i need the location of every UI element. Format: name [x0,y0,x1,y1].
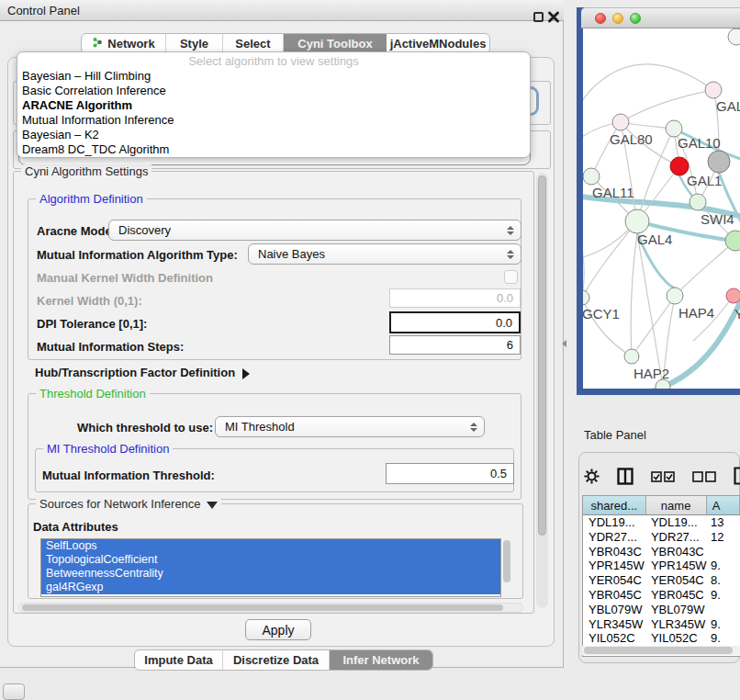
collapsed-panel-button[interactable] [3,683,25,700]
split-columns-icon[interactable] [617,468,633,489]
float-panel-icon[interactable] [533,12,544,22]
network-node-gal4[interactable] [625,209,649,233]
network-node[interactable] [728,28,740,45]
which-threshold-label: Which threshold to use: [77,421,213,435]
node-label: GAL4 [637,231,672,247]
network-window-titlebar[interactable] [581,7,740,28]
node-label: HAP2 [633,366,669,381]
manual-kernel-width-label: Manual Kernel Width Definition [37,271,213,285]
node-label: GAL10 [678,135,721,151]
new-table-icon[interactable] [734,467,740,489]
data-attributes-label: Data Attributes [33,520,118,534]
network-node-gal80[interactable] [612,114,629,130]
table-hscrollbar[interactable] [582,646,740,655]
dropdown-item[interactable]: ARACNE Algorithm [17,98,530,113]
close-traffic-light-icon[interactable] [595,13,606,24]
aracne-mode-label: Aracne Mode: [37,224,116,238]
list-item[interactable]: gal4RGexp [41,581,500,594]
table-row[interactable]: YBL079W YBL079W [583,603,740,617]
network-canvas[interactable]: GAL2 GAL80 GAL10 GAL1 GAL11 SWI4 GAL4 GC… [583,28,740,389]
table-row[interactable]: YDR27... YDR27... 12 [583,530,740,545]
network-node-hap2[interactable] [624,349,639,364]
tab-jactivemnodules[interactable]: jActiveMNodules [387,34,489,53]
mi-algorithm-type-combo[interactable]: Naive Bayes [248,243,521,265]
settings-scrollbar[interactable] [536,173,548,608]
network-node-hap4[interactable] [667,288,683,304]
network-node-gal11[interactable] [583,168,600,185]
tab-network[interactable]: Network [82,34,166,53]
network-graph[interactable] [583,28,740,389]
dpi-tolerance-label: DPI Tolerance [0,1]: [37,317,147,331]
data-attributes-list[interactable]: SelfLoopsTopologicalCoefficientBetweenne… [40,538,501,597]
cyni-bottom-tabbar: Impute Data Discretize Data Infer Networ… [134,649,433,671]
list-item[interactable]: TopologicalCoefficient [41,553,500,567]
list-item[interactable]: SelfLoops [41,539,500,553]
select-all-checkboxes-icon[interactable] [651,469,675,486]
table-row[interactable]: YIL052C YIL052C 9. [583,631,740,646]
table-row[interactable]: YPR145W YPR145W 9. [583,559,740,573]
which-threshold-combo[interactable]: MI Threshold [215,416,485,437]
algorithm-dropdown-list[interactable]: Select algorithm to view settings Bayesi… [17,51,531,158]
split-pane-collapse-handle[interactable] [562,340,566,347]
hub-definition-toggle[interactable]: Hub/Transcription Factor Definition [35,366,250,379]
mi-steps-field[interactable]: 6 [389,335,521,355]
control-panel-titlebar: Control Panel [0,0,564,21]
network-node-gcy1[interactable] [583,290,589,305]
table-row[interactable]: YBR043C YBR043C [583,545,740,559]
tab-style[interactable]: Style [166,34,223,53]
table-panel-title: Table Panel [584,428,646,442]
list-item[interactable]: BetweennessCentrality [41,567,500,581]
network-node-swi4[interactable] [690,194,706,210]
table-row[interactable]: YDL19... YDL19... 13 [583,515,740,530]
mi-threshold-field[interactable]: 0.5 [386,463,514,484]
column-header-shared-name[interactable]: shared... [583,496,646,514]
dropdown-item[interactable]: Mutual Information Inference [17,113,530,128]
node-label: GAL1 [687,173,722,188]
dropdown-item[interactable]: Bayesian – K2 [17,128,530,142]
table-row[interactable]: YER054C YER054C 8. [583,573,740,588]
scrollbar-thumb[interactable] [584,647,733,654]
network-node[interactable] [708,151,730,173]
network-node[interactable] [726,288,740,303]
kernel-width-field[interactable]: 0.0 [389,288,521,308]
attributes-scrollbar[interactable] [503,540,510,582]
manual-kernel-width-checkbox[interactable] [504,270,518,284]
table-header-row: shared... name A [583,496,740,515]
column-header-name[interactable]: name [646,496,707,514]
sources-title[interactable]: Sources for Network Inference [36,497,221,511]
dropdown-item[interactable]: Bayesian – Hill Climbing [17,69,530,84]
dropdown-item[interactable]: Dream8 DC_TDC Algorithm [17,142,530,157]
dropdown-item[interactable]: Basic Correlation Inference [17,84,530,98]
dropdown-items: Bayesian – Hill ClimbingBasic Correlatio… [17,69,530,157]
node-label: SWI4 [701,211,734,227]
tab-cyni-toolbox[interactable]: Cyni Toolbox [284,34,387,53]
table-body: YDL19... YDL19... 13 YDR27... YDR27... 1… [583,515,740,646]
mi-steps-label: Mutual Information Steps: [37,340,184,354]
deselect-all-checkboxes-icon[interactable] [692,469,716,486]
close-icon[interactable] [547,10,560,24]
apply-button[interactable]: Apply [245,619,311,640]
table-row[interactable]: YLR345W YLR345W 9. [583,617,740,632]
tab-infer-network[interactable]: Infer Network [330,650,432,670]
network-node[interactable] [705,82,722,98]
scrollbar-thumb[interactable] [22,604,503,611]
column-header-next[interactable]: A [707,496,740,514]
control-panel-title: Control Panel [7,4,80,17]
table-row[interactable]: YBR045C YBR045C 9. [583,588,740,603]
tab-discretize-data[interactable]: Discretize Data [223,650,330,670]
attributes-hscrollbar[interactable] [18,603,523,613]
threshold-definition-title: Threshold Definition [36,387,150,401]
network-node-gal1[interactable] [670,157,689,175]
minimize-traffic-light-icon[interactable] [612,13,623,24]
node-label: GAL2 [716,98,740,114]
aracne-mode-combo[interactable]: Discovery [108,220,521,241]
zoom-traffic-light-icon[interactable] [630,13,641,24]
dpi-tolerance-field[interactable]: 0.0 [389,311,521,333]
node-label: HAP4 [678,305,714,321]
scrollbar-thumb[interactable] [538,175,546,536]
node-table[interactable]: shared... name A YDL19... YDL19... 13 YD… [582,495,740,657]
gear-icon[interactable] [584,469,600,488]
tab-select[interactable]: Select [223,34,284,53]
kernel-width-label: Kernel Width (0,1): [37,294,142,308]
tab-impute-data[interactable]: Impute Data [135,650,223,670]
